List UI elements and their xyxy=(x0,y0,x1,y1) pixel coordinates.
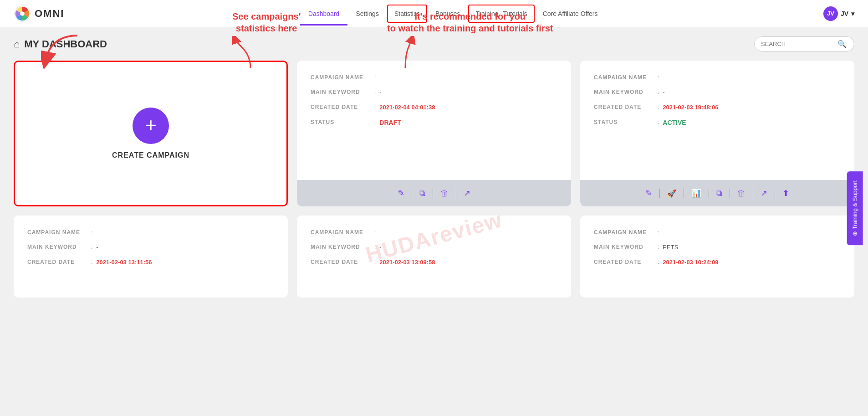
search-box: 🔍 xyxy=(754,36,854,51)
user-label: JV xyxy=(841,10,848,17)
launch-button-2[interactable]: 🚀 xyxy=(660,186,684,200)
watermark: HUDAreview xyxy=(363,207,505,267)
bdate-val-1: 2021-02-03 13:11:56 xyxy=(96,259,152,266)
colon-2d: : xyxy=(658,119,659,125)
campaign-row-name-1: CAMPAIGN NAME : xyxy=(311,74,557,81)
nav-item-settings[interactable]: Settings xyxy=(347,2,387,26)
field-label-keyword-2: MAIN KEYWORD xyxy=(594,89,658,95)
campaign-row-keyword-1: MAIN KEYWORD : - xyxy=(311,89,557,96)
chart-button-2[interactable]: 📊 xyxy=(684,185,709,201)
field-label-name-2: CAMPAIGN NAME xyxy=(594,74,658,81)
training-support-button[interactable]: ⊕ Training & Support xyxy=(847,171,863,245)
brow-keyword-1: MAIN KEYWORD : - xyxy=(27,244,274,251)
user-avatar: JV xyxy=(823,6,838,21)
campaign-card-1: CAMPAIGN NAME : MAIN KEYWORD : - CREATED… xyxy=(297,61,571,206)
card-actions-2: ✎ 🚀 📊 ⧉ 🗑 ↗ ⬆ xyxy=(580,180,854,206)
dashboard-title: ⌂ MY DASHBOARD xyxy=(14,38,107,50)
delete-button-1[interactable]: 🗑 xyxy=(433,186,456,201)
campaign-row-status-2: STATUS : ACTIVE xyxy=(594,119,841,126)
card-actions-1: ✎ ⧉ 🗑 ↗ xyxy=(297,180,571,206)
field-label-date-2: CREATED DATE xyxy=(594,104,658,110)
created-date-value-2: 2021-02-03 19:48:06 xyxy=(663,104,718,111)
nav-item-training[interactable]: Training xyxy=(475,10,498,17)
create-plus-icon: + xyxy=(133,108,169,144)
brow-keyword-2: MAIN KEYWORD : - xyxy=(311,244,557,251)
user-menu[interactable]: JV JV ▾ xyxy=(823,6,854,21)
nav-item-tutorials[interactable]: Tutorials xyxy=(503,10,527,17)
home-icon: ⌂ xyxy=(14,38,20,50)
brow-name-2: CAMPAIGN NAME : xyxy=(311,229,557,236)
external-button-2[interactable]: ↗ xyxy=(753,185,775,201)
campaign-row-name-2: CAMPAIGN NAME : xyxy=(594,74,841,81)
colon-1c: : xyxy=(374,104,376,110)
status-value-1: DRAFT xyxy=(379,119,401,126)
field-label-keyword-1: MAIN KEYWORD xyxy=(311,89,374,95)
bkeyword-val-2: - xyxy=(379,244,381,251)
campaign-row-date-1: CREATED DATE : 2021-02-04 04:01:38 xyxy=(311,104,557,111)
bfield-name-3: CAMPAIGN NAME xyxy=(594,229,658,236)
colon-1a: : xyxy=(374,74,376,81)
brow-keyword-3: MAIN KEYWORD : PETS xyxy=(594,244,841,251)
create-campaign-card[interactable]: + CREATE CAMPAIGN xyxy=(14,61,288,206)
colon-1b: : xyxy=(374,89,376,95)
page-title: MY DASHBOARD xyxy=(24,38,107,50)
delete-button-2[interactable]: 🗑 xyxy=(730,186,753,201)
campaigns-grid-bottom: CAMPAIGN NAME : MAIN KEYWORD : - CREATED… xyxy=(14,216,854,298)
campaign-row-status-1: STATUS : DRAFT xyxy=(311,119,557,126)
copy-button-1[interactable]: ⧉ xyxy=(412,186,433,201)
main-content: ⌂ MY DASHBOARD 🔍 See campaigns'statistic… xyxy=(0,27,868,307)
logo-icon xyxy=(14,5,31,22)
edit-button-2[interactable]: ✎ xyxy=(638,185,659,201)
edit-button-1[interactable]: ✎ xyxy=(390,185,412,201)
bkeyword-val-1: - xyxy=(96,244,98,251)
brow-date-1: CREATED DATE : 2021-02-03 13:11:56 xyxy=(27,259,274,266)
colon-2b: : xyxy=(658,89,659,95)
bfield-date-1: CREATED DATE xyxy=(27,259,91,265)
campaign-info-2: CAMPAIGN NAME : MAIN KEYWORD : - CREATED… xyxy=(580,61,854,180)
search-icon[interactable]: 🔍 xyxy=(837,40,847,48)
nav-item-training-tutorials: Training Tutorials xyxy=(468,5,534,23)
bdate-val-2: 2021-02-03 13:09:58 xyxy=(379,259,435,266)
field-label-status-2: STATUS xyxy=(594,119,658,125)
logo-text: OMNI xyxy=(35,8,64,20)
external-button-1[interactable]: ↗ xyxy=(456,185,478,201)
bfield-keyword-3: MAIN KEYWORD xyxy=(594,244,658,250)
bkeyword-val-3: PETS xyxy=(663,244,678,251)
bfield-name-2: CAMPAIGN NAME xyxy=(311,229,374,236)
campaign-card-b1: CAMPAIGN NAME : MAIN KEYWORD : - CREATED… xyxy=(14,216,288,298)
create-campaign-wrapper: + CREATE CAMPAIGN xyxy=(14,61,288,206)
bfield-name-1: CAMPAIGN NAME xyxy=(27,229,91,236)
bdate-val-3: 2021-02-03 10:24:09 xyxy=(663,259,718,266)
campaign-info-1: CAMPAIGN NAME : MAIN KEYWORD : - CREATED… xyxy=(297,61,571,180)
campaign-row-keyword-2: MAIN KEYWORD : - xyxy=(594,89,841,96)
dashboard-header: ⌂ MY DASHBOARD 🔍 xyxy=(14,36,854,51)
main-nav: Dashboard Settings Statistics Bonuses Tr… xyxy=(82,2,823,26)
nav-item-statistics[interactable]: Statistics xyxy=(387,5,427,23)
campaign-card-2: CAMPAIGN NAME : MAIN KEYWORD : - CREATED… xyxy=(580,61,854,206)
brow-name-3: CAMPAIGN NAME : xyxy=(594,229,841,236)
brow-name-1: CAMPAIGN NAME : xyxy=(27,229,274,236)
field-label-status-1: STATUS xyxy=(311,119,374,125)
field-label-name-1: CAMPAIGN NAME xyxy=(311,74,374,81)
copy-button-2[interactable]: ⧉ xyxy=(709,186,730,201)
share-button-2[interactable]: ⬆ xyxy=(775,185,797,201)
nav-item-core-affiliate[interactable]: Core Affiliate Offers xyxy=(535,2,606,26)
campaigns-grid-top: + CREATE CAMPAIGN CAMPAIGN NAME : MAIN K… xyxy=(14,61,854,206)
bfield-keyword-2: MAIN KEYWORD xyxy=(311,244,374,250)
field-label-date-1: CREATED DATE xyxy=(311,104,374,110)
campaign-row-date-2: CREATED DATE : 2021-02-03 19:48:06 xyxy=(594,104,841,111)
bfield-date-2: CREATED DATE xyxy=(311,259,374,265)
brow-date-2: CREATED DATE : 2021-02-03 13:09:58 xyxy=(311,259,557,266)
campaign-card-b2: CAMPAIGN NAME : MAIN KEYWORD : - CREATED… xyxy=(297,216,571,298)
nav-item-dashboard[interactable]: Dashboard xyxy=(300,2,348,26)
main-keyword-value-1: - xyxy=(379,89,381,96)
logo-area[interactable]: OMNI xyxy=(14,5,64,22)
colon-2a: : xyxy=(658,74,659,81)
nav-item-bonuses[interactable]: Bonuses xyxy=(427,2,468,26)
colon-1d: : xyxy=(374,119,376,125)
main-keyword-value-2: - xyxy=(663,89,664,96)
search-input[interactable] xyxy=(761,41,834,47)
chevron-down-icon: ▾ xyxy=(851,10,854,17)
colon-2c: : xyxy=(658,104,659,110)
bfield-date-3: CREATED DATE xyxy=(594,259,658,265)
